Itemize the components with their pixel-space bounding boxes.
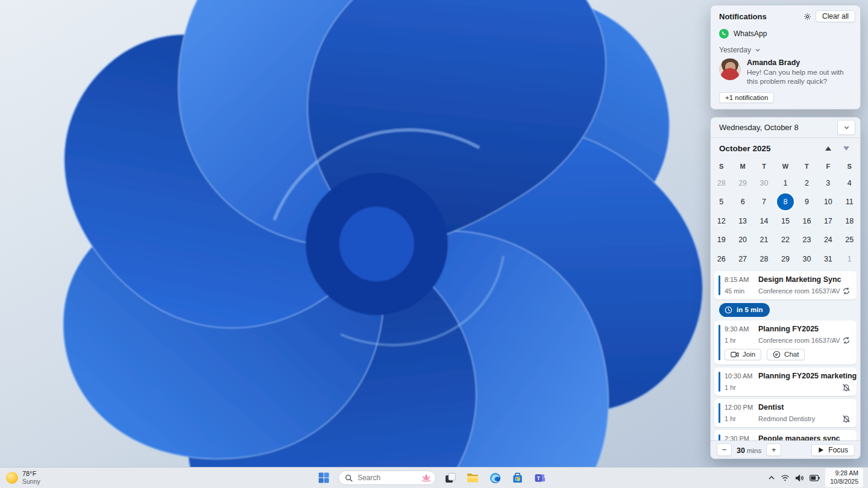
focus-session-bar: − 30mins + Focus	[711, 440, 860, 458]
calendar-day[interactable]: 28	[753, 249, 775, 269]
focus-duration-unit: mins	[747, 447, 761, 454]
calendar-day[interactable]: 28	[711, 174, 732, 193]
calendar-day[interactable]: 1	[775, 174, 796, 193]
weekday-label: T	[796, 159, 817, 174]
notification-group-whatsapp[interactable]: WhatsApp	[711, 26, 860, 42]
event-card[interactable]: 9:30 AMPlanning FY20251 hrConference roo…	[714, 321, 857, 364]
search-input[interactable]	[356, 473, 417, 483]
battery-icon[interactable]	[810, 475, 820, 481]
microsoft-store-button[interactable]	[509, 470, 525, 486]
agenda-list: 8:15 AMDesign Marketing Sync45 minConfer…	[711, 269, 860, 447]
weather-temp: 78°F	[22, 470, 40, 478]
calendar-day[interactable]: 29	[775, 249, 796, 269]
calendar-day[interactable]: 3	[817, 174, 838, 193]
calendar-day[interactable]: 7	[753, 193, 775, 212]
gear-icon	[804, 13, 811, 20]
task-view-button[interactable]	[442, 470, 458, 486]
calendar-month-header: October 2025	[711, 138, 860, 159]
video-icon	[731, 351, 739, 358]
hidden-icons-chevron[interactable]	[768, 474, 775, 481]
calendar-day[interactable]: 23	[796, 231, 817, 250]
calendar-day[interactable]: 10	[817, 193, 838, 212]
event-duration: 45 min	[725, 287, 758, 295]
calendar-day[interactable]: 30	[796, 249, 817, 269]
teams-button[interactable]: T	[532, 470, 547, 486]
calendar-day[interactable]: 11	[839, 193, 860, 212]
calendar-day[interactable]: 19	[711, 231, 732, 250]
edge-browser-button[interactable]	[487, 470, 503, 486]
weekday-label: M	[732, 159, 753, 174]
calendar-day[interactable]: 13	[732, 211, 753, 231]
store-icon	[512, 472, 523, 484]
weekday-label: W	[775, 159, 796, 174]
volume-icon[interactable]	[795, 474, 804, 482]
notifications-panel: Notifications Clear all WhatsApp Yesterd…	[710, 5, 861, 110]
join-button[interactable]: Join	[725, 349, 761, 360]
chat-button[interactable]: Chat	[767, 349, 805, 360]
calendar-collapse-button[interactable]	[837, 120, 855, 135]
clock[interactable]: 9:28 AM 10/8/2025	[825, 468, 863, 487]
event-card[interactable]: 10:30 AMPlanning FY2025 marketing1 hr	[714, 368, 857, 396]
focus-button[interactable]: Focus	[811, 444, 855, 456]
weather-widget[interactable]: 78°F Sunny	[6, 468, 40, 488]
edge-icon	[489, 472, 501, 484]
focus-duration-value: 30	[737, 446, 745, 455]
calendar-day[interactable]: 25	[839, 231, 860, 250]
event-duration: 1 hr	[725, 337, 758, 344]
clear-all-button[interactable]: Clear all	[816, 10, 855, 22]
calendar-day[interactable]: 14	[753, 211, 775, 231]
action-label: Chat	[784, 351, 799, 358]
notifications-title: Notifications	[719, 12, 767, 21]
calendar-weekday-row: SMTWTFS	[711, 159, 860, 174]
notification-section-label: Yesterday	[719, 46, 751, 54]
event-time: 8:15 AM	[725, 276, 758, 283]
calendar-day[interactable]: 17	[817, 211, 838, 231]
file-explorer-button[interactable]	[465, 470, 480, 486]
wifi-icon[interactable]	[781, 474, 790, 482]
reminder-badge: in 5 min	[719, 303, 770, 317]
more-notifications-button[interactable]: +1 notification	[719, 92, 774, 103]
calendar-day[interactable]: 27	[732, 249, 753, 269]
increase-duration-button[interactable]: +	[766, 443, 781, 456]
previous-month-button[interactable]	[825, 146, 831, 151]
calendar-day[interactable]: 1	[839, 249, 860, 269]
calendar-day[interactable]: 30	[753, 174, 775, 193]
notification-section-toggle[interactable]: Yesterday	[711, 42, 860, 55]
calendar-day[interactable]: 24	[817, 231, 838, 250]
notification-item[interactable]: Amanda Brady Hey! Can you help me out wi…	[711, 55, 860, 88]
calendar-day[interactable]: 31	[817, 249, 838, 269]
calendar-day[interactable]: 2	[796, 174, 817, 193]
calendar-day[interactable]: 21	[753, 231, 775, 250]
calendar-day[interactable]: 20	[732, 231, 753, 250]
start-button[interactable]	[316, 470, 332, 486]
calendar-day[interactable]: 29	[732, 174, 753, 193]
calendar-day[interactable]: 26	[711, 249, 732, 269]
recurring-icon	[842, 287, 851, 295]
svg-text:T: T	[536, 475, 540, 481]
weather-condition: Sunny	[22, 478, 40, 486]
event-time: 9:30 AM	[725, 325, 758, 333]
notification-sender: Amanda Brady	[747, 58, 852, 67]
event-card[interactable]: 8:15 AMDesign Marketing Sync45 minConfer…	[714, 271, 857, 299]
calendar-day[interactable]: 16	[796, 211, 817, 231]
calendar-day-selected[interactable]: 8	[775, 193, 796, 212]
search-box[interactable]	[338, 471, 436, 485]
event-title: Planning FY2025	[758, 325, 819, 333]
event-duration: 1 hr	[725, 384, 758, 391]
calendar-day[interactable]: 9	[796, 193, 817, 212]
recurring-icon	[842, 336, 851, 345]
calendar-day[interactable]: 22	[775, 231, 796, 250]
calendar-day[interactable]: 15	[775, 211, 796, 231]
calendar-day[interactable]: 5	[711, 193, 732, 212]
decrease-duration-button[interactable]: −	[717, 443, 732, 456]
calendar-day[interactable]: 12	[711, 211, 732, 231]
event-card[interactable]: 12:00 PMDentist1 hrRedmond Dentistry	[714, 399, 857, 427]
next-month-button[interactable]	[843, 146, 849, 151]
calendar-date-header: Wednesday, October 8	[711, 117, 860, 138]
calendar-day[interactable]: 4	[839, 174, 860, 193]
event-location: Redmond Dentistry	[758, 415, 842, 422]
calendar-day[interactable]: 18	[839, 211, 860, 231]
desktop: Notifications Clear all WhatsApp Yesterd…	[0, 0, 868, 488]
notification-settings-button[interactable]	[800, 10, 816, 23]
calendar-day[interactable]: 6	[732, 193, 753, 212]
